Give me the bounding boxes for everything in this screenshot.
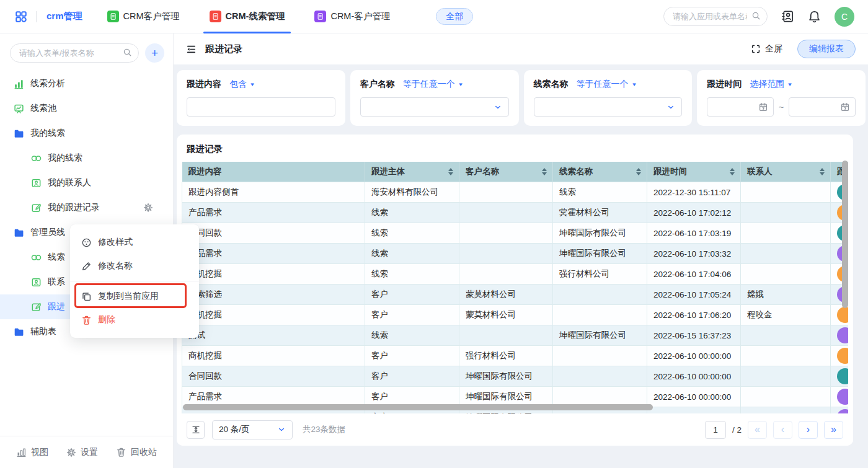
table-cell: 蒙莫材料公司 bbox=[459, 285, 553, 305]
page-number-input[interactable] bbox=[705, 421, 726, 439]
table-cell bbox=[459, 325, 553, 346]
menu-item[interactable]: 复制到当前应用 bbox=[70, 285, 199, 308]
table-cell: 线索筛选 bbox=[182, 285, 365, 305]
sidebar-item[interactable]: 我的线索 bbox=[0, 121, 173, 146]
date-end-input[interactable] bbox=[789, 97, 856, 117]
table-row[interactable]: 跟进内容侧首海安材料有限公司线索2022-12-30 15:11:07 bbox=[182, 182, 849, 203]
filter-select[interactable] bbox=[360, 97, 509, 117]
column-header[interactable]: 联系人 bbox=[741, 162, 831, 182]
flow-icon bbox=[31, 153, 42, 164]
form-search-input[interactable] bbox=[10, 43, 139, 63]
column-header[interactable]: 跟进内容 bbox=[182, 162, 365, 182]
filter-operator[interactable]: 等于任意一个▼ bbox=[577, 79, 637, 90]
sort-icon[interactable] bbox=[820, 168, 825, 175]
add-form-button[interactable]: + bbox=[145, 43, 164, 63]
column-header[interactable]: 客户名称 bbox=[459, 162, 553, 182]
chevron-down-icon bbox=[494, 103, 502, 112]
sidebar-item[interactable]: 我的跟进记录 bbox=[0, 195, 173, 220]
table-row[interactable]: 商机挖掘线索强行材料公司2022-06-10 17:04:06 bbox=[182, 264, 849, 285]
sidebar-item[interactable]: 线索分析 bbox=[0, 71, 173, 96]
contacts-icon[interactable] bbox=[781, 10, 794, 23]
filter-field-label: 跟进时间 bbox=[707, 79, 742, 90]
table-row[interactable]: 商机挖掘客户蒙莫材料公司2022-06-10 17:06:20程咬金 bbox=[182, 305, 849, 325]
vertical-scrollbar[interactable] bbox=[842, 161, 848, 308]
page-size-value: 20 条/页 bbox=[219, 424, 250, 435]
table-cell: 线索 bbox=[553, 182, 647, 203]
date-start-input[interactable] bbox=[707, 97, 774, 117]
table-cell: 2022-06-10 17:03:32 bbox=[647, 244, 741, 264]
menu-item[interactable]: 修改名称 bbox=[70, 254, 199, 278]
collapse-sidebar-icon[interactable] bbox=[186, 44, 197, 55]
sort-icon[interactable] bbox=[542, 168, 547, 175]
filter-operator-label: 等于任意一个 bbox=[577, 79, 629, 90]
table-row[interactable]: 产品需求线索坤曜国际有限公司2022-06-10 17:03:32 bbox=[182, 244, 849, 264]
filter-operator-label: 等于任意一个 bbox=[403, 79, 455, 90]
sidebar-footer-gear[interactable]: 设置 bbox=[66, 447, 98, 458]
filter-text-input[interactable] bbox=[187, 97, 335, 117]
table-row[interactable]: 商机挖掘客户强行材料公司2022-06-10 00:00:00 bbox=[182, 346, 849, 366]
home-app-link[interactable]: crm管理 bbox=[46, 11, 82, 22]
menu-item[interactable]: 修改样式 bbox=[70, 231, 199, 254]
filter-select[interactable] bbox=[534, 97, 683, 117]
table-cell: 海安材料有限公司 bbox=[365, 182, 459, 203]
filter-card: 客户名称等于任意一个▼ bbox=[350, 70, 519, 126]
sidebar-footer-view[interactable]: 视图 bbox=[16, 447, 48, 458]
column-header[interactable]: 跟进时间 bbox=[647, 162, 741, 182]
filter-operator[interactable]: 等于任意一个▼ bbox=[403, 79, 463, 90]
sort-icon[interactable] bbox=[448, 168, 453, 175]
table-row[interactable]: 合同回款线索坤曜国际有限公司2022-06-10 17:03:19 bbox=[182, 223, 849, 244]
sidebar-item[interactable]: 我的联系人 bbox=[0, 170, 173, 195]
page-nav-button[interactable]: › bbox=[799, 421, 818, 439]
table-row[interactable]: 产品需求线索蓂霍材料公司2022-06-10 17:02:12 bbox=[182, 203, 849, 223]
apps-grid-icon[interactable] bbox=[15, 11, 27, 23]
table-row[interactable]: 合同回款客户坤曜国际有限公司2022-06-10 00:00:00 bbox=[182, 366, 849, 387]
table-cell: 坤曜国际有限公司 bbox=[553, 325, 647, 346]
filter-operator[interactable]: 选择范围▼ bbox=[750, 79, 792, 90]
sidebar-item-label: 我的跟进记录 bbox=[48, 202, 100, 213]
sidebar-item[interactable]: 线索池 bbox=[0, 96, 173, 121]
app-tabs: CRM客户管理CRM-线索管理CRM-客户管理 bbox=[107, 0, 420, 33]
sidebar-item[interactable]: 我的线索 bbox=[0, 146, 173, 170]
sort-icon[interactable] bbox=[730, 168, 735, 175]
gear-icon[interactable] bbox=[143, 203, 153, 213]
app-icon bbox=[314, 11, 326, 22]
sidebar-item-label: 线索分析 bbox=[30, 78, 65, 89]
app-tab[interactable]: CRM-客户管理 bbox=[314, 0, 390, 33]
sidebar-footer-trash[interactable]: 回收站 bbox=[116, 447, 157, 458]
app-tab[interactable]: CRM-线索管理 bbox=[210, 0, 285, 33]
sidebar-footer-label: 视图 bbox=[31, 447, 48, 458]
table-cell bbox=[741, 346, 831, 366]
page-nav-button[interactable]: » bbox=[824, 421, 843, 439]
edit-report-button[interactable]: 编辑报表 bbox=[797, 40, 856, 58]
horizontal-scrollbar[interactable] bbox=[183, 404, 653, 410]
table-row[interactable]: 线索筛选客户蒙莫材料公司2022-06-10 17:05:24嫦娥 bbox=[182, 285, 849, 305]
copy-icon bbox=[81, 291, 92, 302]
table-cell bbox=[553, 305, 647, 325]
column-header[interactable]: 线索名称 bbox=[553, 162, 647, 182]
caret-down-icon: ▼ bbox=[787, 82, 793, 87]
all-apps-pill[interactable]: 全部 bbox=[436, 8, 473, 25]
app-tab[interactable]: CRM客户管理 bbox=[107, 0, 180, 33]
column-header-label: 客户名称 bbox=[466, 167, 499, 176]
table-cell-avatar bbox=[831, 366, 849, 387]
row-height-button[interactable] bbox=[187, 421, 205, 439]
page-size-select[interactable]: 20 条/页 bbox=[212, 420, 293, 439]
table-cell: 蓂霍材料公司 bbox=[553, 203, 647, 223]
menu-item[interactable]: 删除 bbox=[70, 308, 199, 332]
chevron-down-icon bbox=[666, 103, 675, 112]
filter-card: 跟进内容包含▼ bbox=[177, 70, 345, 126]
sort-icon[interactable] bbox=[636, 168, 641, 175]
table-cell: 产品需求 bbox=[182, 203, 365, 223]
table-row[interactable]: 测试线索坤曜国际有限公司2022-06-15 16:37:23 bbox=[182, 325, 849, 346]
bell-icon[interactable] bbox=[808, 10, 821, 23]
user-avatar[interactable]: C bbox=[835, 7, 854, 27]
table-cell: 客户 bbox=[365, 305, 459, 325]
table-cell-avatar bbox=[831, 325, 849, 346]
table-cell bbox=[741, 264, 831, 285]
table-cell: 线索 bbox=[365, 264, 459, 285]
column-header[interactable]: 跟进主体 bbox=[365, 162, 459, 182]
fullscreen-button[interactable]: 全屏 bbox=[751, 43, 782, 55]
pagination-bar: 20 条/页 共23条数据 / 2 «‹›» bbox=[177, 413, 853, 446]
filter-operator[interactable]: 包含▼ bbox=[229, 79, 255, 90]
filter-operator-label: 包含 bbox=[229, 79, 247, 90]
